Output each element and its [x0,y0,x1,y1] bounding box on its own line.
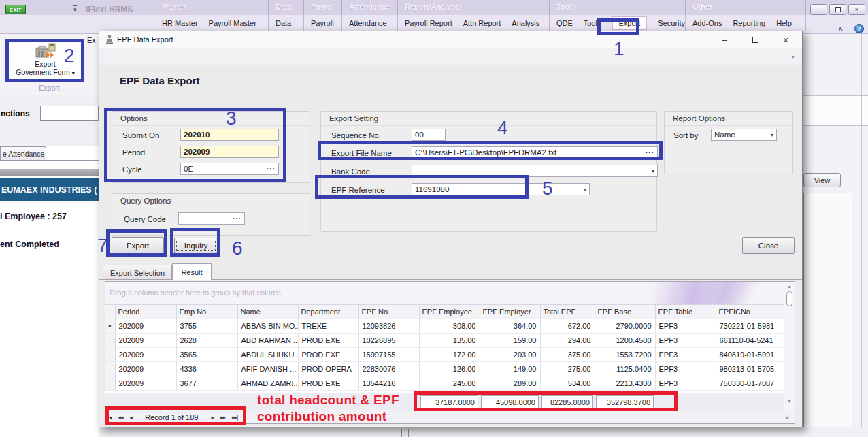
query-browse-icon[interactable]: ··· [233,215,241,223]
ribbon-item-payroll-report[interactable]: Payroll Report [405,19,452,27]
table-row[interactable]: 2020094336AFIF DANISH ...PROD OPERA22830… [105,361,784,376]
sort-by-dropdown-icon[interactable]: ▾ [771,132,773,138]
cell[interactable]: 22830076 [358,361,419,376]
cell[interactable]: 2213.4300 [595,376,655,390]
app-close-button[interactable]: × [848,4,865,15]
tab-export-selection[interactable]: Export Selection [103,265,172,280]
cell[interactable]: EPF3 [655,347,716,361]
cell[interactable]: TREXE [298,319,358,333]
cell[interactable]: 13544216 [358,376,419,390]
cell[interactable]: ABDUL SHUKU... [237,347,298,361]
cell[interactable]: AFIF DANISH ... [237,361,298,376]
ribbon-item-hr-master[interactable]: HR Master [162,19,198,27]
cell[interactable]: PROD EXE [298,333,358,347]
menubar-overflow-icon[interactable]: ▾ [792,54,795,60]
cell[interactable]: 202009 [115,333,176,347]
column-header-epf-base[interactable]: EPF Base [595,305,655,319]
scrollbar-thumb[interactable] [786,291,792,306]
cell[interactable]: 750330-01-7087 [716,376,784,390]
cell[interactable]: EPF3 [655,361,716,376]
cell[interactable]: 3677 [176,376,237,390]
cell[interactable]: 294.00 [540,333,595,347]
ribbon-item-help[interactable]: Help [776,19,792,27]
cell[interactable]: 1200.4500 [595,333,655,347]
cell[interactable]: 10226895 [358,333,419,347]
cell[interactable]: 534.00 [540,376,595,390]
group-by-bar[interactable]: Drag a column header here to group by th… [105,282,784,305]
cell[interactable]: 308.00 [419,319,480,333]
cell[interactable]: 245.00 [419,376,480,390]
cell[interactable]: EPF3 [655,319,716,333]
cell[interactable]: 149.00 [480,361,540,376]
column-header-epf-employee[interactable]: EPF Employee [419,305,480,319]
cell[interactable]: 364.00 [480,319,540,333]
cell[interactable]: ABBAS BIN MO... [237,319,298,333]
cell[interactable]: 3565 [176,347,237,361]
column-header-epf-employer[interactable]: EPF Employer [480,305,540,319]
ribbon-item-attendance[interactable]: Attendance [349,19,387,27]
scroll-up-icon[interactable]: ▲ [787,284,792,289]
cell[interactable]: EPF3 [655,376,716,390]
bank-code-dropdown-icon[interactable]: ▾ [652,168,654,174]
query-code-input[interactable]: ··· [178,212,245,225]
hscroll-right-icon[interactable]: ▸ [786,414,789,421]
app-minimize-button[interactable]: – [810,4,827,15]
cell[interactable]: 672.00 [540,319,595,333]
dialog-minimize-button[interactable]: – [710,31,739,48]
column-header-epf-no-[interactable]: EPF No. [358,305,419,319]
tab-result[interactable]: Result [172,263,212,280]
dialog-close-button[interactable]: × [771,31,800,48]
cell[interactable]: PROD EXE [298,376,358,390]
column-header-name[interactable]: Name [237,305,298,319]
epf-reference-dropdown-icon[interactable]: ▾ [584,187,586,193]
scroll-down-icon[interactable]: ▼ [787,399,792,404]
column-header-department[interactable]: Department [298,305,358,319]
dialog-titlebar[interactable]: EPF Data Export – × [99,31,802,48]
cell[interactable]: 172.00 [419,347,480,361]
column-header-period[interactable]: Period [115,305,176,319]
ribbon-item-payroll[interactable]: Payroll [311,19,334,27]
column-header-epficno[interactable]: EPFICNo [716,305,784,319]
help-icon[interactable]: ? [854,24,864,33]
cell[interactable]: 2628 [176,333,237,347]
cell[interactable]: 12093826 [358,319,419,333]
cell[interactable]: 375.00 [540,347,595,361]
cell[interactable]: 661110-04-5241 [716,333,784,347]
cell[interactable]: 275.00 [540,361,595,376]
grid-vertical-scrollbar[interactable]: ▲ ▼ [784,282,795,410]
collapse-ribbon-icon[interactable]: ∧ [838,25,843,32]
cell[interactable]: 159.00 [480,333,540,347]
table-row[interactable]: 2020093677AHMAD ZAMRI...PROD EXE13544216… [105,376,784,390]
cell[interactable]: 126.00 [419,361,480,376]
dialog-maximize-button[interactable] [741,31,769,48]
cell[interactable]: ABD RAHMAN ... [237,333,298,347]
functions-input[interactable] [40,106,99,121]
app-restore-button[interactable] [829,4,846,15]
close-button[interactable]: Close [742,237,795,254]
cell[interactable]: 1125.0400 [595,361,655,376]
ribbon-item-attn-report[interactable]: Attn Report [463,19,501,27]
exit-icon[interactable]: EXIT [5,5,26,14]
column-header-total-epf[interactable]: Total EPF [540,305,595,319]
cell[interactable]: 202009 [115,376,176,390]
cell[interactable]: 202009 [115,361,176,376]
cell[interactable]: PROD OPERA [298,361,358,376]
cell[interactable]: 2790.0000 [595,319,655,333]
sort-by-combo[interactable]: Name▾ [711,129,777,141]
view-button[interactable]: View [803,173,841,187]
tab-attendance[interactable]: e Attendance [0,146,46,161]
ribbon-item-payroll-master[interactable]: Payroll Master [209,19,256,27]
column-header-epf-table[interactable]: EPF Table [655,305,716,319]
cell[interactable]: 980213-01-5705 [716,361,784,376]
cell[interactable]: AHMAD ZAMRI... [237,376,298,390]
quick-access-caret-icon[interactable]: ▾ [73,5,77,13]
ribbon-item-analysis[interactable]: Analysis [512,19,539,27]
cell[interactable]: 289.00 [480,376,540,390]
cell[interactable]: 203.00 [480,347,540,361]
sequence-no-input[interactable]: 00 [412,129,446,141]
column-header-emp-no[interactable]: Emp No [176,305,237,319]
cell[interactable]: 15997155 [358,347,419,361]
ribbon-item-reporting[interactable]: Reporting [733,19,765,27]
cell[interactable]: 840819-01-5991 [716,347,784,361]
cell[interactable]: 202009 [115,347,176,361]
